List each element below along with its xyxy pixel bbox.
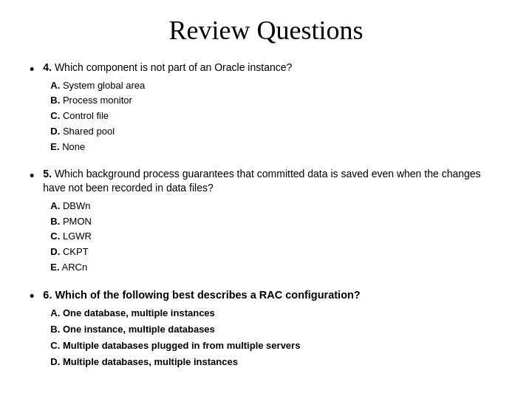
q6-answer-b: B. One instance, multiple databases [50, 321, 502, 338]
question-item-4: • 4. Which component is not part of an O… [30, 61, 502, 155]
question-text-6: 6. Which of the following best describes… [43, 287, 502, 302]
q4-answer-e: E. None [50, 140, 502, 155]
q4-answer-d: D. Shared pool [50, 124, 502, 140]
q4-answer-b: B. Process monitor [50, 93, 502, 109]
q5-number: 5. [43, 168, 52, 180]
q6-answer-d: D. Multiple databases, multiple instance… [50, 354, 502, 370]
question-content-6: 6. Which of the following best describes… [43, 287, 502, 371]
q4-answer-c: C. Control file [50, 109, 502, 124]
q5-answer-d: D. CKPT [50, 245, 502, 260]
q6-text-body: Which of the following best describes a … [52, 289, 360, 301]
q5-answer-c: C. LGWR [50, 229, 502, 245]
q6-number: 6. [43, 289, 52, 301]
q6-answer-c: C. Multiple databases plugged in from mu… [50, 338, 502, 354]
q5-answer-b: B. PMON [50, 214, 502, 230]
question-text-5: 5. Which background process guarantees t… [43, 167, 502, 196]
q6-answers: A. One database, multiple instances B. O… [43, 305, 502, 370]
question-text-4: 4. Which component is not part of an Ora… [43, 61, 502, 75]
question-content-4: 4. Which component is not part of an Ora… [43, 61, 502, 155]
page: Review Questions • 4. Which component is… [0, 0, 532, 399]
q4-answers: A. System global area B. Process monitor… [43, 78, 502, 155]
page-title: Review Questions [30, 15, 502, 46]
q5-answer-e: E. ARCn [50, 260, 502, 276]
q5-answers: A. DBWn B. PMON C. LGWR D. CKPT E. ARCn [43, 199, 502, 276]
question-item-5: • 5. Which background process guarantees… [30, 167, 502, 276]
q4-number: 4. [43, 61, 52, 73]
bullet-4: • [30, 61, 34, 79]
question-content-5: 5. Which background process guarantees t… [43, 167, 502, 276]
bullet-6: • [30, 287, 34, 306]
q6-answer-a: A. One database, multiple instances [50, 305, 502, 321]
question-item-6: • 6. Which of the following best describ… [30, 287, 502, 371]
q4-answer-a: A. System global area [50, 78, 502, 94]
bullet-5: • [30, 167, 34, 185]
q5-text: Which background process guarantees that… [43, 168, 480, 194]
q5-answer-a: A. DBWn [50, 199, 502, 214]
q4-text: Which component is not part of an Oracle… [52, 61, 292, 73]
questions-list: • 4. Which component is not part of an O… [30, 61, 502, 370]
